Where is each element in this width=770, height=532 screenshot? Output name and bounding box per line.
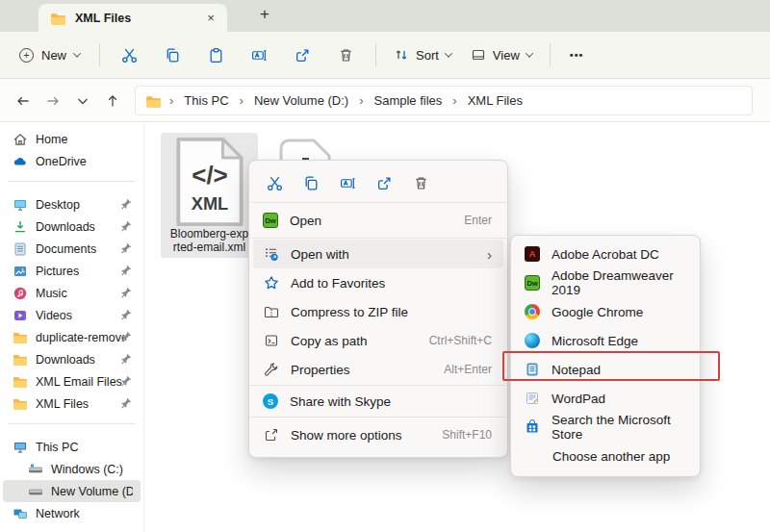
new-tab-button[interactable]: + <box>254 5 275 28</box>
acrobat-icon: A <box>525 246 540 262</box>
address-bar[interactable]: › This PC › New Volume (D:) › Sample fil… <box>135 86 753 115</box>
sidebar-item-label: Windows (C:) <box>51 463 123 476</box>
sidebar-item-network[interactable]: Network <box>3 502 141 524</box>
menu-item-share-with-skype[interactable]: S Share with Skype <box>253 387 503 416</box>
sidebar-item-documents[interactable]: Documents <box>3 238 141 260</box>
submenu-item-google-chrome[interactable]: Google Chrome <box>515 297 696 326</box>
sidebar-item-new-volume-d[interactable]: New Volume (D:) <box>3 480 141 502</box>
up-button[interactable] <box>97 86 127 115</box>
toolbar-divider <box>550 43 551 66</box>
menu-item-label: Open with <box>291 247 349 262</box>
rename-button[interactable] <box>329 168 366 197</box>
sidebar-item-label: Pictures <box>36 265 79 278</box>
pin-icon <box>120 353 132 365</box>
breadcrumb-separator: › <box>451 93 457 108</box>
forward-button[interactable] <box>38 86 67 115</box>
rename-icon <box>340 175 356 191</box>
submenu-item-adobe-acrobat[interactable]: A Adobe Acrobat DC <box>515 240 696 268</box>
delete-button[interactable] <box>324 38 368 71</box>
sidebar-item-label: Desktop <box>36 198 80 212</box>
menu-item-copy-as-path[interactable]: Copy as path Ctrl+Shift+C <box>253 326 503 355</box>
menu-item-label: Share with Skype <box>290 394 391 409</box>
sidebar-item-videos[interactable]: Videos <box>3 304 141 326</box>
show-more-icon <box>263 427 279 443</box>
close-icon[interactable]: × <box>202 10 219 27</box>
sidebar-item-label: OneDrive <box>36 155 87 168</box>
wrench-icon <box>263 362 279 378</box>
navigation-pane: Home OneDrive Desktop Downloads Document… <box>0 123 144 532</box>
sidebar-item-label: Network <box>36 507 80 520</box>
sidebar-item-xml-files[interactable]: XML Files <box>3 393 141 415</box>
scissors-icon <box>121 47 138 63</box>
explorer-tab[interactable]: XML Files × <box>38 4 227 32</box>
breadcrumb-separator: › <box>358 93 364 108</box>
submenu-item-adobe-dreamweaver[interactable]: Dw Adobe Dreamweaver 2019 <box>515 268 696 297</box>
menu-item-properties[interactable]: Properties Alt+Enter <box>253 355 503 384</box>
plus-circle-icon: + <box>19 48 34 63</box>
menu-item-show-more-options[interactable]: Show more options Shift+F10 <box>253 418 503 451</box>
menu-item-add-to-favorites[interactable]: Add to Favorites <box>253 268 503 297</box>
submenu-item-search-microsoft-store[interactable]: Search the Microsoft Store <box>515 413 696 442</box>
network-icon <box>13 506 28 521</box>
sidebar-item-home[interactable]: Home <box>3 128 141 150</box>
submenu-item-label: WordPad <box>552 392 605 406</box>
pin-icon <box>120 397 132 409</box>
copy-button[interactable] <box>293 168 329 197</box>
back-button[interactable] <box>8 86 38 115</box>
breadcrumb-new-volume[interactable]: New Volume (D:) <box>251 91 351 110</box>
wordpad-icon <box>525 391 540 406</box>
share-icon <box>376 175 393 191</box>
document-icon <box>13 241 28 257</box>
submenu-item-notepad[interactable]: Notepad <box>515 355 696 384</box>
sidebar-item-downloads-folder[interactable]: Downloads <box>3 348 141 370</box>
recent-locations-button[interactable] <box>67 86 97 115</box>
star-icon <box>263 275 279 291</box>
arrow-left-icon <box>15 93 31 109</box>
share-button[interactable] <box>281 38 324 71</box>
submenu-item-wordpad[interactable]: WordPad <box>515 384 696 413</box>
menu-divider <box>250 238 506 239</box>
new-button-label: New <box>41 48 66 63</box>
copy-button[interactable] <box>151 38 194 71</box>
sidebar-item-this-pc[interactable]: This PC <box>3 436 141 458</box>
paste-icon <box>208 47 224 63</box>
sidebar-item-windows-c[interactable]: Windows (C:) <box>3 458 141 480</box>
rename-button[interactable] <box>238 38 281 71</box>
see-more-button[interactable]: ••• <box>558 42 596 67</box>
context-menu-quick-actions <box>249 165 507 201</box>
computer-icon <box>13 440 28 455</box>
edge-icon <box>525 333 540 348</box>
menu-item-open[interactable]: Dw Open Enter <box>253 204 503 237</box>
sidebar-item-onedrive[interactable]: OneDrive <box>3 150 141 172</box>
sort-button[interactable]: Sort <box>384 40 461 69</box>
sidebar-item-desktop[interactable]: Desktop <box>3 193 141 215</box>
share-button[interactable] <box>366 168 402 197</box>
submenu-item-microsoft-edge[interactable]: Microsoft Edge <box>515 326 696 355</box>
paste-button[interactable] <box>194 38 238 71</box>
sidebar-item-downloads[interactable]: Downloads <box>3 215 141 238</box>
view-button[interactable]: View <box>461 40 542 69</box>
sidebar-item-label: duplicate-remover <box>36 331 124 344</box>
menu-item-open-with[interactable]: Open with › <box>253 240 503 268</box>
folder-icon <box>145 93 162 108</box>
sidebar-item-label: New Volume (D:) <box>51 485 133 498</box>
file-bloomberg-xml[interactable]: </> XML Bloomberg-exp rted-email.xml <box>161 133 258 258</box>
tab-title: XML Files <box>75 12 193 25</box>
chrome-icon <box>525 304 540 319</box>
delete-button[interactable] <box>402 168 439 197</box>
sidebar-item-xml-email-files[interactable]: XML Email Files <box>3 370 141 393</box>
cut-button[interactable] <box>256 168 293 197</box>
cut-button[interactable] <box>108 38 151 71</box>
breadcrumb-this-pc[interactable]: This PC <box>181 91 231 110</box>
sidebar-item-duplicate-remover[interactable]: duplicate-remover <box>3 326 141 348</box>
breadcrumb-sample-files[interactable]: Sample files <box>372 91 446 110</box>
menu-item-compress-zip[interactable]: Compress to ZIP file <box>253 297 503 326</box>
new-button[interactable]: + New <box>8 41 91 69</box>
sidebar-item-music[interactable]: Music <box>3 282 141 304</box>
sidebar-item-pictures[interactable]: Pictures <box>3 260 141 282</box>
breadcrumb-xml-files[interactable]: XML Files <box>465 91 526 110</box>
submenu-item-choose-another-app[interactable]: Choose another app <box>515 442 696 470</box>
tab-bar: XML Files × + <box>0 0 770 32</box>
zip-folder-icon <box>263 304 279 320</box>
folder-icon <box>13 396 28 412</box>
